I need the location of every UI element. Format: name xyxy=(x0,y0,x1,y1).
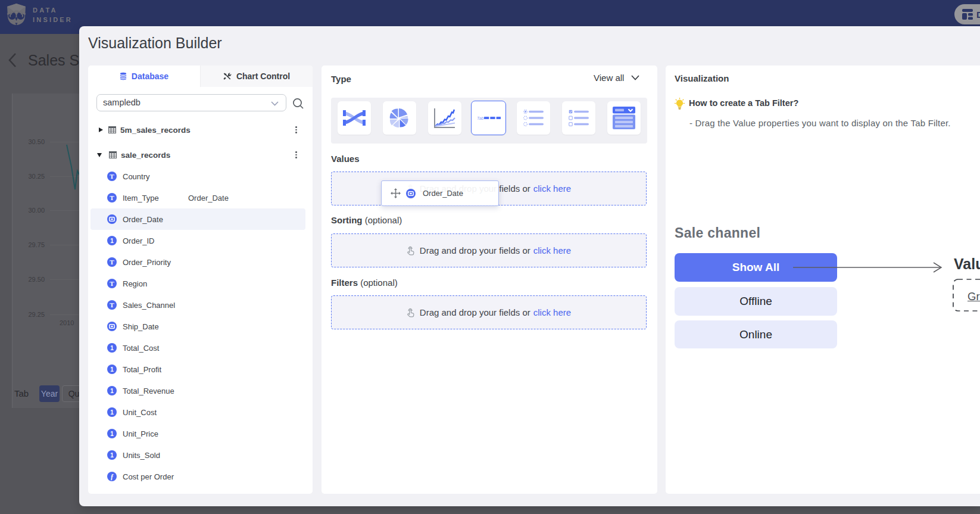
svg-text:Tab: Tab xyxy=(477,116,484,120)
